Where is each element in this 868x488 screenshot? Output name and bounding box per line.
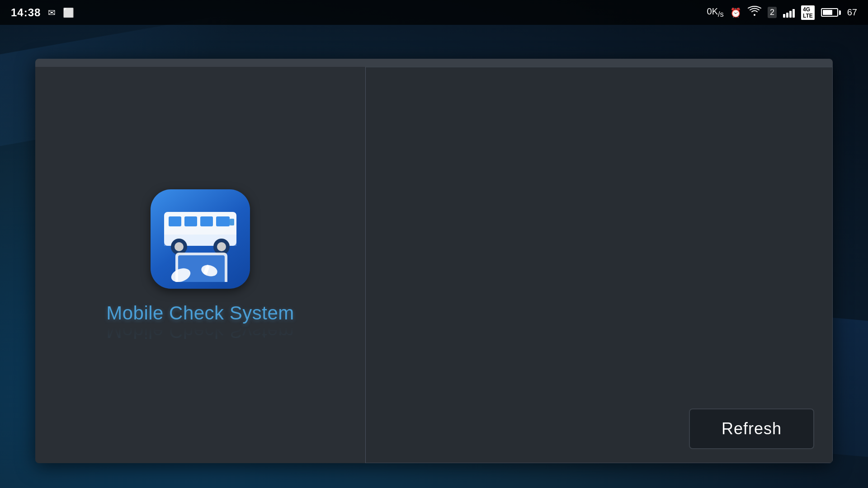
app-name-container: Mobile Check System Mobile Check System	[106, 302, 294, 342]
svg-point-7	[175, 242, 184, 251]
speed-indicator: 0K/s	[707, 6, 724, 19]
battery-icon	[821, 8, 841, 17]
battery-percentage: 67	[847, 7, 857, 18]
status-left: 14:38 ✉ ⬜	[11, 6, 74, 19]
svg-point-9	[217, 242, 226, 251]
dialog-topbar	[35, 59, 833, 67]
signal-bars	[783, 8, 795, 18]
svg-rect-1	[169, 216, 181, 226]
alarm-icon: ⏰	[730, 7, 741, 18]
dialog-panel: Mobile Check System Mobile Check System …	[35, 59, 833, 463]
right-panel: Refresh	[365, 67, 833, 463]
refresh-button[interactable]: Refresh	[689, 408, 814, 449]
left-panel: Mobile Check System Mobile Check System	[35, 59, 365, 463]
app-icon-svg	[157, 196, 243, 282]
panel-divider	[365, 67, 366, 463]
image-icon: ⬜	[63, 7, 74, 18]
svg-rect-10	[230, 219, 234, 225]
status-time: 14:38	[11, 6, 41, 19]
svg-rect-2	[184, 216, 197, 226]
svg-rect-4	[216, 216, 230, 226]
svg-rect-3	[200, 216, 213, 226]
mail-icon: ✉	[48, 7, 56, 18]
app-name-reflection: Mobile Check System	[106, 320, 294, 342]
app-icon	[151, 189, 250, 289]
wifi-icon	[748, 6, 761, 19]
sim-indicator: 2	[768, 7, 777, 18]
lte-badge: 4GLTE	[801, 5, 815, 20]
status-right: 0K/s ⏰ 2 4GLTE 67	[707, 5, 857, 20]
status-bar: 14:38 ✉ ⬜ 0K/s ⏰ 2 4GLTE	[0, 0, 868, 25]
